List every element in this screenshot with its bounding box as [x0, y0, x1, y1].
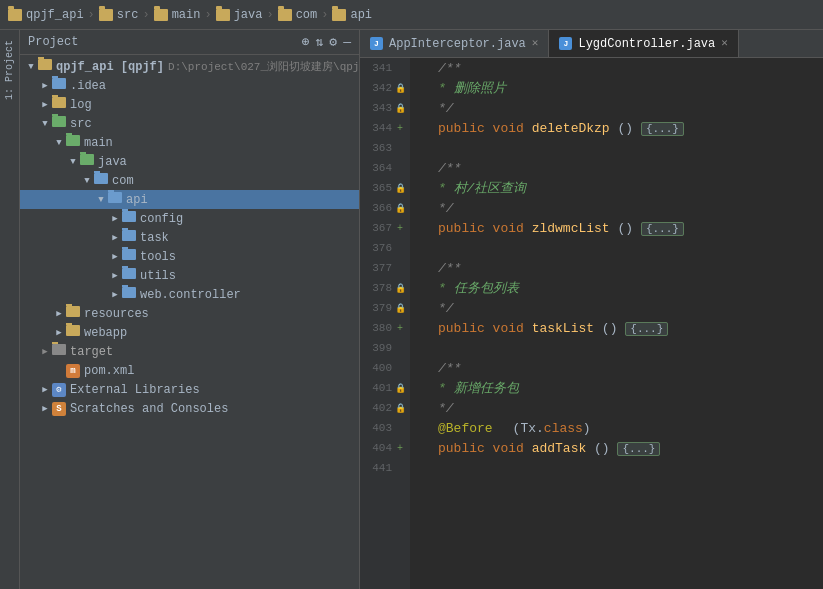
code-editor: J AppInterceptor.java ✕ J LygdController…	[360, 30, 823, 589]
breadcrumb-item: qpjf_api	[26, 8, 84, 22]
tree-item-config[interactable]: ▶ config	[20, 209, 359, 228]
expand-icon[interactable]: +	[394, 323, 406, 334]
task-label: task	[140, 231, 169, 245]
tree-item-webapp[interactable]: ▶ webapp	[20, 323, 359, 342]
tab-label: LygdController.java	[578, 37, 715, 51]
tree-item-task[interactable]: ▶ task	[20, 228, 359, 247]
code-line-378: * 任务包列表	[418, 278, 815, 298]
tree-item-java[interactable]: ▼ java	[20, 152, 359, 171]
tree-item-target[interactable]: ▶ target	[20, 342, 359, 361]
root-path: D:\project\027_浏阳切坡建房\qpjf	[168, 59, 359, 74]
com-label: com	[112, 174, 134, 188]
folder-icon	[99, 9, 113, 21]
pom-label: pom.xml	[84, 364, 134, 378]
code-line-380: public void taskList () {...}	[418, 318, 815, 338]
folder-icon	[216, 9, 230, 21]
code-line-343: */	[418, 98, 815, 118]
tab-close-button[interactable]: ✕	[721, 38, 728, 49]
lock-icon: 🔒	[394, 183, 406, 194]
code-line-401: * 新增任务包	[418, 378, 815, 398]
tab-label: AppInterceptor.java	[389, 37, 526, 51]
breadcrumb-api: qpjf_api › src › main › java › com › api	[8, 8, 372, 22]
tree-item-api[interactable]: ▼ api	[20, 190, 359, 209]
breadcrumb-item: api	[350, 8, 372, 22]
tree-item-pom[interactable]: m pom.xml	[20, 361, 359, 380]
tab-close-button[interactable]: ✕	[532, 38, 539, 49]
tab-lygdcontroller[interactable]: J LygdController.java ✕	[549, 30, 738, 57]
tab-appinterceptor[interactable]: J AppInterceptor.java ✕	[360, 30, 549, 57]
extlibs-icon: ⚙	[52, 382, 66, 397]
utils-label: utils	[140, 269, 176, 283]
code-line-400: /**	[418, 358, 815, 378]
code-line-377: /**	[418, 258, 815, 278]
collapse-icon[interactable]: ⇅	[316, 34, 324, 50]
tools-label: tools	[140, 250, 176, 264]
tree-item-utils[interactable]: ▶ utils	[20, 266, 359, 285]
tree-item-main[interactable]: ▼ main	[20, 133, 359, 152]
code-line-404: public void addTask () {...}	[418, 438, 815, 458]
settings-icon[interactable]: ⚙	[329, 34, 337, 50]
code-line-366: */	[418, 198, 815, 218]
api-folder-icon	[108, 192, 122, 207]
extlibs-label: External Libraries	[70, 383, 200, 397]
webcontroller-folder-icon	[122, 287, 136, 302]
tree-item-log[interactable]: ▶ log	[20, 95, 359, 114]
src-folder-icon	[52, 116, 66, 131]
lock-icon: 🔒	[394, 103, 406, 114]
com-folder-icon	[94, 173, 108, 188]
tree-item-idea[interactable]: ▶ .idea	[20, 76, 359, 95]
breadcrumb-item: java	[234, 8, 263, 22]
code-line-402: */	[418, 398, 815, 418]
lock-icon: 🔒	[394, 283, 406, 294]
file-tree: ▼ qpjf_api [qpjf] D:\project\027_浏阳切坡建房\…	[20, 55, 359, 589]
breadcrumb-item: main	[172, 8, 201, 22]
main-folder-icon	[66, 135, 80, 150]
tree-item-webcontroller[interactable]: ▶ web.controller	[20, 285, 359, 304]
breadcrumb-item: com	[296, 8, 318, 22]
scratches-label: Scratches and Consoles	[70, 402, 228, 416]
log-label: log	[70, 98, 92, 112]
lock-icon: 🔒	[394, 203, 406, 214]
code-line-342: * 删除照片	[418, 78, 815, 98]
task-folder-icon	[122, 230, 136, 245]
tree-item-resources[interactable]: ▶ resources	[20, 304, 359, 323]
code-line-376	[418, 238, 815, 258]
tree-item-src[interactable]: ▼ src	[20, 114, 359, 133]
tree-item-scratches[interactable]: ▶ S Scratches and Consoles	[20, 399, 359, 418]
idea-label: .idea	[70, 79, 106, 93]
tree-item-extlibs[interactable]: ▶ ⚙ External Libraries	[20, 380, 359, 399]
idea-folder-icon	[52, 78, 66, 93]
expand-icon[interactable]: +	[394, 443, 406, 454]
tree-item-com[interactable]: ▼ com	[20, 171, 359, 190]
api-label: api	[126, 193, 148, 207]
code-line-344: public void deleteDkzp () {...}	[418, 118, 815, 138]
folder-icon	[332, 9, 346, 21]
lock-icon: 🔒	[394, 83, 406, 94]
lock-icon: 🔒	[394, 403, 406, 414]
webcontroller-label: web.controller	[140, 288, 241, 302]
pom-file-icon: m	[66, 363, 80, 378]
folder-icon	[278, 9, 292, 21]
tree-item-tools[interactable]: ▶ tools	[20, 247, 359, 266]
side-panel-indicator[interactable]: 1: Project	[0, 30, 20, 589]
code-line-363	[418, 138, 815, 158]
expand-icon[interactable]: +	[394, 123, 406, 134]
root-folder-icon	[38, 59, 52, 74]
root-label: qpjf_api [qpjf]	[56, 60, 164, 74]
breadcrumb-item: src	[117, 8, 139, 22]
expand-icon[interactable]: +	[394, 223, 406, 234]
main-label: main	[84, 136, 113, 150]
minimize-icon[interactable]: —	[343, 35, 351, 50]
tree-root[interactable]: ▼ qpjf_api [qpjf] D:\project\027_浏阳切坡建房\…	[20, 57, 359, 76]
code-line-379: */	[418, 298, 815, 318]
locate-icon[interactable]: ⊕	[302, 34, 310, 50]
code-line-341: /**	[418, 58, 815, 78]
scratches-icon: S	[52, 401, 66, 416]
lock-icon: 🔒	[394, 303, 406, 314]
config-label: config	[140, 212, 183, 226]
code-line-367: public void zldwmcList () {...}	[418, 218, 815, 238]
code-lines[interactable]: /** * 删除照片 */ public void deleteDkzp	[410, 58, 823, 589]
webapp-label: webapp	[84, 326, 127, 340]
resources-label: resources	[84, 307, 149, 321]
root-arrow: ▼	[24, 62, 38, 72]
